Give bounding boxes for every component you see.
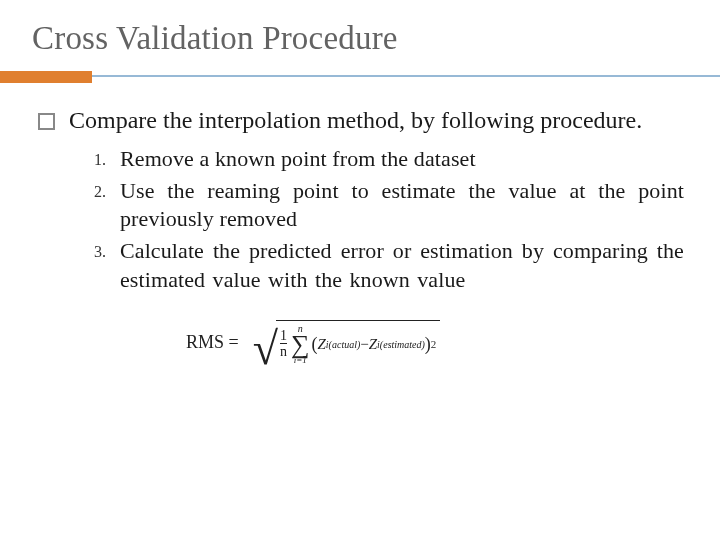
list-number: 1. [94, 145, 120, 169]
list-item: 3. Calculate the predicted error or esti… [94, 237, 684, 293]
minus-sign: − [360, 336, 368, 353]
square-bullet-icon [38, 113, 55, 130]
z-estimated: Z [369, 336, 377, 353]
sub-estimated: i(estimated) [377, 339, 425, 350]
slide: Cross Validation Procedure Compare the i… [0, 0, 720, 540]
z-actual: Z [317, 336, 325, 353]
content-body: Compare the interpolation method, by fol… [30, 105, 690, 366]
list-text: Calculate the predicted error or estimat… [120, 237, 684, 293]
fraction: 1 n [280, 329, 287, 359]
rms-label: RMS = [186, 332, 239, 353]
page-title: Cross Validation Procedure [32, 20, 690, 57]
intro-text: Compare the interpolation method, by fol… [69, 105, 642, 135]
radicand: 1 n n ∑ i=1 ( Zi(actual) − Zi(estimated)… [276, 320, 440, 364]
rule-accent [0, 71, 92, 83]
intro-row: Compare the interpolation method, by fol… [36, 105, 684, 135]
list-item: 2. Use the reaming point to estimate the… [94, 177, 684, 233]
rms-formula: √ 1 n n ∑ i=1 ( Zi(actual) − [253, 320, 441, 366]
frac-denominator: n [280, 343, 287, 359]
summation: n ∑ i=1 [291, 324, 310, 365]
rule-line [0, 75, 720, 77]
list-text: Remove a known point from the dataset [120, 145, 684, 173]
list-item: 1. Remove a known point from the dataset [94, 145, 684, 173]
ordered-list: 1. Remove a known point from the dataset… [94, 145, 684, 294]
radical-icon: √ [253, 326, 278, 372]
formula-row: RMS = √ 1 n n ∑ i=1 ( [186, 320, 684, 366]
list-number: 2. [94, 177, 120, 201]
sum-lower: i=1 [294, 356, 307, 365]
sigma-icon: ∑ [291, 334, 310, 356]
frac-numerator: 1 [280, 329, 287, 343]
list-text: Use the reaming point to estimate the va… [120, 177, 684, 233]
squared: 2 [431, 338, 437, 350]
sqrt-block: √ 1 n n ∑ i=1 ( Zi(actual) − [253, 320, 441, 366]
title-rule [0, 71, 720, 83]
sub-actual: i(actual) [326, 339, 360, 350]
list-number: 3. [94, 237, 120, 261]
